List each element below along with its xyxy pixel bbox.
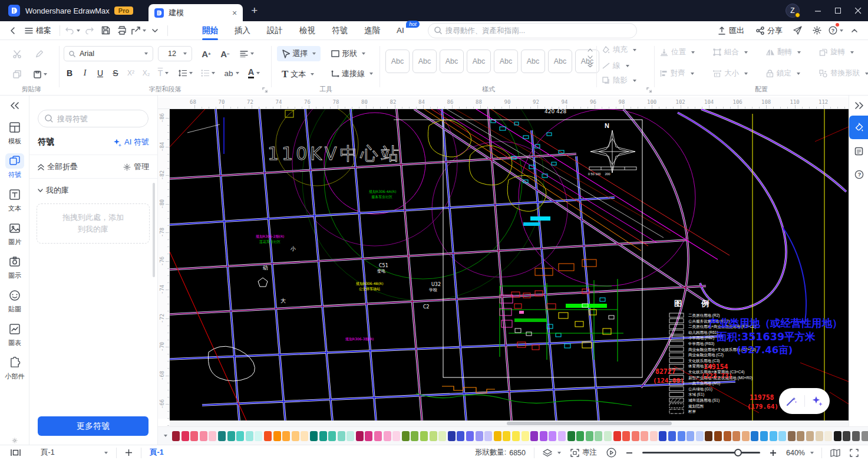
pagemap-button[interactable] xyxy=(826,449,845,457)
menu-tab-AI[interactable]: AIhot xyxy=(390,23,411,38)
palette-swatch[interactable] xyxy=(457,431,464,441)
palette-swatch[interactable] xyxy=(172,431,180,441)
page-panel-icon[interactable] xyxy=(6,449,25,456)
help-panel-button[interactable]: ? xyxy=(849,163,868,186)
palette-swatch[interactable] xyxy=(503,431,510,441)
palette-swatch[interactable] xyxy=(236,431,244,441)
palette-swatch[interactable] xyxy=(264,431,272,441)
palette-swatch[interactable] xyxy=(411,431,418,441)
palette-swatch[interactable] xyxy=(476,431,483,441)
palette-swatch[interactable] xyxy=(824,431,832,441)
text-style-button[interactable]: T xyxy=(154,66,172,80)
format-panel-button[interactable] xyxy=(849,116,868,139)
zoom-level-display[interactable]: 640% xyxy=(781,449,818,457)
font-color-button[interactable]: A xyxy=(244,66,264,80)
combine-button[interactable]: 組合 xyxy=(713,47,764,57)
palette-swatch[interactable] xyxy=(843,431,850,441)
global-search-box[interactable] xyxy=(428,23,637,38)
print-button[interactable] xyxy=(114,24,130,38)
quick-share-button[interactable] xyxy=(131,24,146,38)
export-button[interactable]: 匯出 xyxy=(714,23,748,38)
style-preset-1[interactable]: Abc xyxy=(385,50,410,73)
flip-button[interactable]: 翻轉 xyxy=(766,47,817,57)
palette-swatch[interactable] xyxy=(273,431,281,441)
superscript-button[interactable]: X² xyxy=(124,66,138,80)
connector-tool-button[interactable]: 連接線 xyxy=(331,68,373,79)
menu-tab-插入[interactable]: 插入 xyxy=(227,22,258,39)
palette-swatch[interactable] xyxy=(181,431,189,441)
palette-swatch[interactable] xyxy=(678,431,685,441)
add-page-button[interactable] xyxy=(120,449,137,456)
palette-swatch[interactable] xyxy=(687,431,694,441)
palette-swatch[interactable] xyxy=(420,431,428,441)
palette-swatch[interactable] xyxy=(788,431,796,441)
style-preset-6[interactable]: Abc xyxy=(521,50,545,73)
palette-swatch[interactable] xyxy=(622,431,630,441)
palette-swatch[interactable] xyxy=(586,431,593,441)
palette-swatch[interactable] xyxy=(668,431,676,441)
styles-scroll-down-icon[interactable] xyxy=(588,55,593,59)
palette-swatch[interactable] xyxy=(549,431,556,441)
palette-swatch[interactable] xyxy=(852,431,860,441)
select-tool-button[interactable]: 選擇 xyxy=(277,46,321,61)
palette-swatch[interactable] xyxy=(346,431,354,441)
palette-swatch[interactable] xyxy=(540,431,547,441)
manage-library-button[interactable]: 管理 xyxy=(123,162,149,172)
palette-swatch[interactable] xyxy=(494,431,501,441)
sidebar-item-圖片[interactable]: 圖片 xyxy=(0,216,29,250)
bold-button[interactable]: B xyxy=(62,66,77,80)
palette-swatch[interactable] xyxy=(200,431,207,441)
palette-swatch[interactable] xyxy=(604,431,612,441)
sidebar-item-模板[interactable]: 模板 xyxy=(0,116,29,149)
zoom-in-button[interactable] xyxy=(765,449,781,456)
rail-settings-gear-icon[interactable] xyxy=(0,438,29,443)
focus-mode-button[interactable]: 專注 xyxy=(566,448,602,458)
palette-swatch[interactable] xyxy=(641,431,648,441)
redo-button[interactable] xyxy=(81,24,97,38)
zoom-out-button[interactable] xyxy=(621,452,638,454)
close-window-button[interactable] xyxy=(848,0,868,21)
palette-swatch[interactable] xyxy=(301,431,308,441)
palette-swatch[interactable] xyxy=(806,431,814,441)
copy-button[interactable] xyxy=(9,67,25,81)
paste-button[interactable] xyxy=(31,67,49,81)
font-size-select[interactable]: 12 xyxy=(158,46,192,61)
cut-button[interactable] xyxy=(9,47,25,61)
palette-swatch[interactable] xyxy=(696,431,704,441)
sidebar-item-圖示[interactable]: 圖示 xyxy=(0,250,29,284)
styles-scroll-up-icon[interactable] xyxy=(588,48,593,52)
underline-button[interactable]: U xyxy=(93,66,107,80)
palette-swatch[interactable] xyxy=(227,431,235,441)
palette-swatch[interactable] xyxy=(705,431,712,441)
increase-font-button[interactable]: A+ xyxy=(198,46,214,61)
drawing-canvas[interactable]: 110KV中心站 N 0 50 100 200 图 例 二类居住用地 (R2)公… xyxy=(170,109,849,420)
palette-swatch[interactable] xyxy=(209,431,216,441)
panel-scrollbar[interactable] xyxy=(153,183,155,277)
sidebar-item-文本[interactable]: 文本 xyxy=(0,183,29,216)
palette-swatch[interactable] xyxy=(558,431,566,441)
ai-sparkles-icon[interactable] xyxy=(811,395,824,408)
menu-tab-開始[interactable]: 開始 xyxy=(195,22,225,39)
palette-swatch[interactable] xyxy=(282,431,290,441)
palette-swatch[interactable] xyxy=(328,431,336,441)
new-tab-button[interactable]: + xyxy=(251,4,258,17)
style-preset-4[interactable]: Abc xyxy=(467,50,491,73)
palette-swatch[interactable] xyxy=(319,431,327,441)
palette-swatch[interactable] xyxy=(530,431,538,441)
zoom-slider-knob[interactable] xyxy=(734,449,742,456)
menu-tab-進階[interactable]: 進階 xyxy=(357,22,387,39)
palette-swatch[interactable] xyxy=(218,431,226,441)
collapse-ribbon-icon[interactable] xyxy=(847,24,862,38)
palette-swatch[interactable] xyxy=(374,431,382,441)
palette-swatch[interactable] xyxy=(438,431,446,441)
help-button[interactable]: ? xyxy=(828,24,843,38)
palette-swatch[interactable] xyxy=(246,431,253,441)
palette-swatch[interactable] xyxy=(392,431,400,441)
back-button[interactable] xyxy=(5,24,20,38)
symbol-search-input[interactable] xyxy=(57,114,140,123)
sidebar-item-貼圖[interactable]: 貼圖 xyxy=(0,284,29,317)
palette-swatch[interactable] xyxy=(430,431,437,441)
palette-swatch[interactable] xyxy=(613,431,621,441)
document-tab[interactable]: 建模 × xyxy=(148,4,243,21)
menu-tab-檢視[interactable]: 檢視 xyxy=(292,22,322,39)
